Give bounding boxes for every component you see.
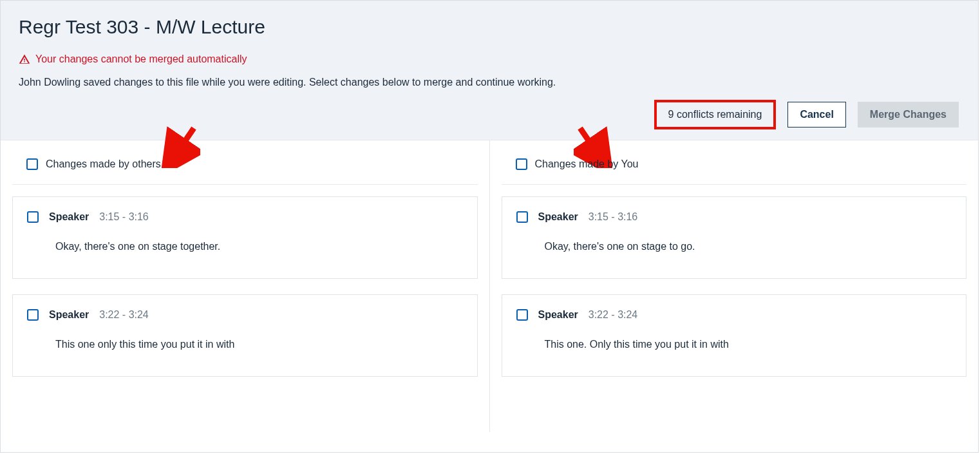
column-you: Changes made by You Speaker 3:15 - 3:16 … (490, 140, 979, 432)
diff-text: This one only this time you put it in wi… (55, 339, 463, 350)
timestamp-label: 3:15 - 3:16 (589, 211, 638, 223)
alert-text: Your changes cannot be merged automatica… (35, 53, 247, 65)
column-others: Changes made by others Speaker 3:15 - 3:… (1, 140, 490, 432)
cancel-button[interactable]: Cancel (787, 102, 845, 128)
warning-icon (19, 53, 30, 65)
conflict-count-badge: 9 conflicts remaining (654, 100, 777, 129)
select-all-you-checkbox[interactable] (516, 158, 527, 170)
diff-card: Speaker 3:15 - 3:16 Okay, there's one on… (502, 196, 967, 279)
merge-changes-button[interactable]: Merge Changes (858, 102, 959, 128)
timestamp-label: 3:22 - 3:24 (589, 309, 638, 321)
diff-columns: Changes made by others Speaker 3:15 - 3:… (1, 140, 978, 432)
diff-item-checkbox[interactable] (516, 211, 528, 223)
column-you-header: Changes made by You (502, 158, 967, 185)
timestamp-label: 3:15 - 3:16 (99, 211, 149, 223)
instruction-text: John Dowling saved changes to this file … (19, 77, 960, 88)
select-all-others-checkbox[interactable] (26, 158, 38, 170)
action-row: 9 conflicts remaining Cancel Merge Chang… (19, 100, 960, 129)
diff-item-checkbox[interactable] (27, 309, 39, 321)
column-others-header: Changes made by others (12, 158, 478, 185)
diff-card: Speaker 3:22 - 3:24 This one. Only this … (502, 294, 967, 377)
speaker-label: Speaker (538, 211, 578, 223)
diff-item-checkbox[interactable] (516, 309, 528, 321)
speaker-label: Speaker (538, 309, 578, 321)
merge-alert: Your changes cannot be merged automatica… (19, 53, 960, 65)
diff-card: Speaker 3:22 - 3:24 This one only this t… (12, 294, 478, 377)
diff-item-checkbox[interactable] (27, 211, 39, 223)
diff-text: Okay, there's one on stage together. (55, 241, 463, 252)
column-you-label: Changes made by You (535, 158, 639, 170)
page-title: Regr Test 303 - M/W Lecture (19, 16, 960, 38)
merge-conflict-dialog: Regr Test 303 - M/W Lecture Your changes… (0, 0, 979, 453)
timestamp-label: 3:22 - 3:24 (99, 309, 149, 321)
dialog-header: Regr Test 303 - M/W Lecture Your changes… (1, 1, 978, 140)
diff-card: Speaker 3:15 - 3:16 Okay, there's one on… (12, 196, 478, 279)
diff-text: This one. Only this time you put it in w… (545, 339, 952, 350)
speaker-label: Speaker (49, 309, 89, 321)
diff-text: Okay, there's one on stage to go. (545, 241, 952, 252)
column-others-label: Changes made by others (46, 158, 161, 170)
speaker-label: Speaker (49, 211, 89, 223)
